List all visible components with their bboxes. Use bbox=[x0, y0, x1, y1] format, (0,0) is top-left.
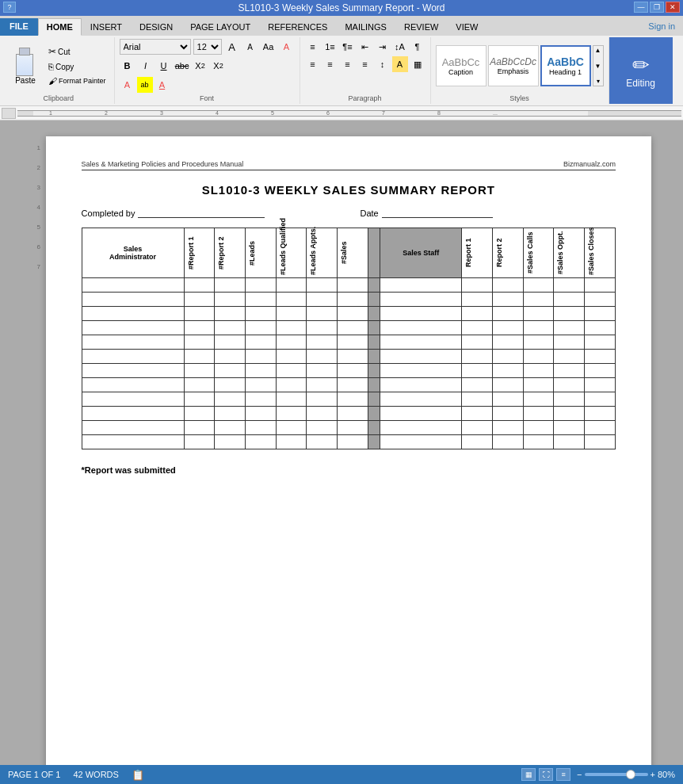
table-row bbox=[82, 392, 615, 407]
clipboard-small-buttons: ✂ Cut ⎘ Copy 🖌 Format Painter bbox=[45, 44, 109, 87]
align-center-btn[interactable]: ≡ bbox=[322, 56, 338, 72]
font-label: Font bbox=[200, 93, 214, 102]
tab-references[interactable]: REFERENCES bbox=[259, 18, 336, 36]
italic-btn[interactable]: I bbox=[138, 58, 154, 74]
bold-btn[interactable]: B bbox=[120, 58, 135, 74]
full-screen-btn[interactable]: ⛶ bbox=[539, 768, 553, 781]
highlight-btn[interactable]: ab bbox=[137, 77, 153, 93]
strikethrough-btn[interactable]: abc bbox=[174, 58, 190, 74]
borders-btn[interactable]: ▦ bbox=[410, 56, 425, 72]
bullets-btn[interactable]: ≡ bbox=[305, 39, 321, 55]
tab-review[interactable]: REVIEW bbox=[395, 18, 447, 36]
page-info: PAGE 1 OF 1 bbox=[8, 770, 60, 779]
tab-mailings[interactable]: MAILINGS bbox=[336, 18, 395, 36]
increase-indent-btn[interactable]: ⇥ bbox=[375, 39, 391, 55]
date-label: Date bbox=[360, 208, 378, 218]
zoom-plus-btn[interactable]: + bbox=[651, 770, 655, 779]
date-field[interactable] bbox=[382, 208, 493, 218]
col-sales-closes-header: #Sales Closes bbox=[585, 228, 616, 278]
signin-link[interactable]: Sign in bbox=[640, 18, 683, 36]
table-row bbox=[82, 293, 615, 307]
shading-btn[interactable]: A bbox=[392, 56, 408, 72]
table-row bbox=[82, 307, 615, 321]
ribbon-tabs: FILE HOME INSERT DESIGN PAGE LAYOUT REFE… bbox=[0, 16, 683, 36]
para-row1: ≡ 1≡ ¶≡ ⇤ ⇥ ↕A ¶ bbox=[305, 39, 425, 55]
paragraph-label: Paragraph bbox=[349, 93, 382, 102]
text-effects-btn[interactable]: A bbox=[279, 39, 295, 55]
col-sales-calls-header: #Sales Calls bbox=[523, 228, 554, 278]
align-left-btn[interactable]: ≡ bbox=[305, 56, 321, 72]
tab-view[interactable]: VIEW bbox=[447, 18, 486, 36]
clipboard-label: Clipboard bbox=[44, 93, 74, 102]
editing-label[interactable]: Editing bbox=[626, 78, 655, 89]
paste-icon bbox=[14, 48, 36, 76]
tab-page-layout[interactable]: PAGE LAYOUT bbox=[181, 18, 259, 36]
title-text: SL1010-3 Weekly Sales Summary Report - W… bbox=[238, 2, 445, 13]
header-left: Sales & Marketing Policies and Procedure… bbox=[82, 160, 244, 168]
zoom-minus-btn[interactable]: − bbox=[577, 770, 582, 779]
col-sales-staff-header: Sales Staff bbox=[380, 228, 462, 278]
col-sales-oppt-header: #Sales Oppt. bbox=[554, 228, 585, 278]
subscript-btn[interactable]: X2 bbox=[193, 58, 208, 74]
help-icon[interactable]: ? bbox=[3, 2, 16, 13]
tab-home[interactable]: HOME bbox=[38, 18, 82, 36]
multilevel-btn[interactable]: ¶≡ bbox=[340, 39, 356, 55]
numbering-btn[interactable]: 1≡ bbox=[322, 39, 338, 55]
close-btn[interactable]: ✕ bbox=[666, 2, 680, 13]
status-left: PAGE 1 OF 1 42 WORDS 📋 bbox=[8, 769, 144, 781]
tab-file[interactable]: FILE bbox=[0, 18, 38, 36]
divider-col-top bbox=[368, 228, 380, 278]
font-row2: B I U abc X2 X2 bbox=[120, 58, 227, 74]
cut-button[interactable]: ✂ Cut bbox=[45, 44, 109, 59]
table-row bbox=[82, 378, 615, 392]
col-report1-header: #Report 1 bbox=[184, 228, 215, 278]
font-size-select[interactable]: 12 bbox=[193, 39, 222, 55]
tab-design[interactable]: DESIGN bbox=[131, 18, 181, 36]
document: Sales & Marketing Policies and Procedure… bbox=[46, 136, 651, 784]
text-color-btn[interactable]: A bbox=[120, 77, 135, 93]
show-hide-btn[interactable]: ¶ bbox=[410, 39, 425, 55]
copy-button[interactable]: ⎘ Copy bbox=[45, 60, 109, 73]
clear-format-btn[interactable]: Aa bbox=[261, 39, 277, 55]
minimize-btn[interactable]: — bbox=[634, 2, 648, 13]
word-count: 42 WORDS bbox=[73, 770, 118, 779]
completed-by-field[interactable] bbox=[138, 208, 265, 218]
font-group-content: Arial 12 A A Aa A B I U abc X2 X2 bbox=[120, 39, 295, 93]
line-spacing-btn[interactable]: ↕ bbox=[375, 56, 391, 72]
table-row bbox=[82, 421, 615, 435]
sort-btn[interactable]: ↕A bbox=[392, 39, 408, 55]
decrease-indent-btn[interactable]: ⇤ bbox=[357, 39, 373, 55]
align-right-btn[interactable]: ≡ bbox=[340, 56, 356, 72]
doc-title: SL1010-3 WEEKLY SALES SUMMARY REPORT bbox=[82, 183, 616, 197]
print-layout-btn[interactable]: ▦ bbox=[521, 768, 536, 781]
style-heading1[interactable]: AaBbC Heading 1 bbox=[540, 45, 591, 86]
font-group: Arial 12 A A Aa A B I U abc X2 X2 bbox=[115, 37, 300, 104]
font-color-btn[interactable]: A bbox=[155, 77, 170, 93]
paste-button[interactable]: Paste bbox=[8, 45, 43, 86]
font-row3: A ab A bbox=[120, 77, 170, 93]
title-bar: ? SL1010-3 Weekly Sales Summary Report -… bbox=[0, 0, 683, 16]
col-sales-header: #Sales bbox=[338, 228, 368, 278]
format-painter-button[interactable]: 🖌 Format Painter bbox=[45, 75, 109, 87]
proofing-icon[interactable]: 📋 bbox=[132, 769, 144, 781]
zoom-slider-track[interactable] bbox=[585, 773, 648, 776]
zoom-level: 80% bbox=[658, 770, 675, 779]
cut-icon: ✂ bbox=[48, 46, 56, 57]
col-sales-admin-header: SalesAdministrator bbox=[82, 228, 184, 278]
restore-btn[interactable]: ❐ bbox=[650, 2, 664, 13]
superscript-btn[interactable]: X2 bbox=[211, 58, 227, 74]
style-emphasis[interactable]: AaBbCcDc Emphasis bbox=[488, 45, 539, 86]
styles-scroll[interactable]: ▲ ▼ ▾ bbox=[593, 45, 604, 86]
web-layout-btn[interactable]: ≡ bbox=[556, 768, 570, 781]
font-name-select[interactable]: Arial bbox=[120, 39, 191, 55]
increase-font-btn[interactable]: A bbox=[224, 39, 240, 55]
tab-insert[interactable]: INSERT bbox=[82, 18, 131, 36]
para-row2: ≡ ≡ ≡ ≡ ↕ A ▦ bbox=[305, 56, 425, 72]
style-caption[interactable]: AaBbCc Caption bbox=[436, 45, 486, 86]
document-container: 1234567 Sales & Marketing Policies and P… bbox=[0, 120, 683, 784]
decrease-font-btn[interactable]: A bbox=[242, 39, 258, 55]
underline-btn[interactable]: U bbox=[156, 58, 172, 74]
justify-btn[interactable]: ≡ bbox=[357, 56, 373, 72]
table-row bbox=[82, 435, 615, 449]
col-report2-header: #Report 2 bbox=[215, 228, 246, 278]
